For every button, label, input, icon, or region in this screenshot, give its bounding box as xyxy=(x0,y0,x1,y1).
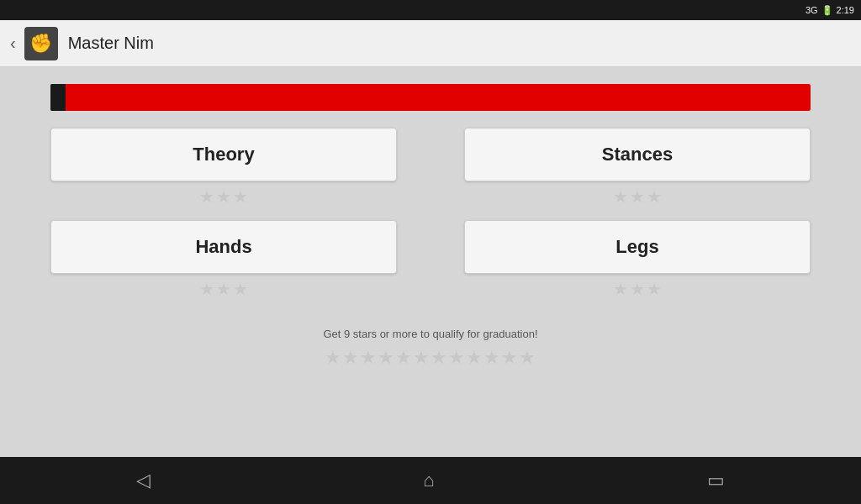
theory-star-3: ★ xyxy=(233,186,248,207)
hands-group: Hands ★ ★ ★ xyxy=(50,220,397,299)
grad-star-8: ★ xyxy=(448,347,465,369)
graduation-text: Get 9 stars or more to qualify for gradu… xyxy=(323,328,537,340)
grad-star-5: ★ xyxy=(395,347,412,369)
stances-star-2: ★ xyxy=(630,186,645,207)
grad-star-11: ★ xyxy=(501,347,518,369)
legs-group: Legs ★ ★ ★ xyxy=(464,220,811,299)
theory-group: Theory ★ ★ ★ xyxy=(50,128,397,207)
status-bar: 3G 🔋 2:19 xyxy=(0,0,861,20)
time-display: 2:19 xyxy=(837,5,854,15)
theory-button[interactable]: Theory xyxy=(50,128,397,181)
signal-indicator: 3G xyxy=(806,5,818,15)
theory-star-2: ★ xyxy=(216,186,231,207)
grad-star-4: ★ xyxy=(378,347,394,369)
hands-button[interactable]: Hands xyxy=(50,220,397,274)
grad-star-12: ★ xyxy=(519,347,536,369)
grad-star-2: ★ xyxy=(342,347,359,369)
grad-star-3: ★ xyxy=(360,347,377,369)
theory-stars: ★ ★ ★ xyxy=(199,186,248,207)
stances-star-3: ★ xyxy=(647,186,662,207)
battery-icon: 🔋 xyxy=(821,5,833,16)
grad-star-1: ★ xyxy=(325,347,341,369)
grad-star-9: ★ xyxy=(466,347,483,369)
hands-star-3: ★ xyxy=(233,279,248,299)
graduation-section: Get 9 stars or more to qualify for gradu… xyxy=(323,328,537,369)
nav-bar: ◁ ⌂ ▭ xyxy=(0,457,861,504)
grad-star-6: ★ xyxy=(413,347,430,369)
fist-icon: ✊ xyxy=(29,33,52,55)
legs-stars: ★ ★ ★ xyxy=(613,279,662,299)
app-title: Master Nim xyxy=(68,34,154,53)
legs-button[interactable]: Legs xyxy=(464,220,811,274)
theory-star-1: ★ xyxy=(199,186,214,207)
stances-stars: ★ ★ ★ xyxy=(613,186,662,207)
grad-star-7: ★ xyxy=(430,347,447,369)
hands-star-1: ★ xyxy=(199,279,214,299)
kup-progress-bar: 3rd kup xyxy=(50,84,811,111)
stances-button[interactable]: Stances xyxy=(464,128,811,181)
category-grid: Theory ★ ★ ★ Stances ★ ★ ★ Hands ★ ★ ★ xyxy=(50,128,811,299)
back-button[interactable]: ‹ xyxy=(10,34,16,53)
top-bar: ‹ ✊ Master Nim xyxy=(0,20,861,67)
nav-home-button[interactable]: ⌂ xyxy=(406,463,451,498)
stances-group: Stances ★ ★ ★ xyxy=(464,128,811,207)
graduation-stars-row: ★ ★ ★ ★ ★ ★ ★ ★ ★ ★ ★ ★ xyxy=(325,347,536,369)
main-content: 3rd kup Theory ★ ★ ★ Stances ★ ★ ★ Hands xyxy=(0,67,861,457)
black-belt-indicator xyxy=(50,84,66,111)
grad-star-10: ★ xyxy=(483,347,500,369)
app-icon: ✊ xyxy=(24,27,58,60)
legs-star-1: ★ xyxy=(613,279,628,299)
nav-recent-button[interactable]: ▭ xyxy=(690,463,742,498)
hands-stars: ★ ★ ★ xyxy=(199,279,248,299)
hands-star-2: ★ xyxy=(216,279,231,299)
legs-star-2: ★ xyxy=(630,279,645,299)
legs-star-3: ★ xyxy=(647,279,662,299)
stances-star-1: ★ xyxy=(613,186,628,207)
nav-back-button[interactable]: ◁ xyxy=(119,463,167,498)
progress-fill xyxy=(50,84,811,111)
